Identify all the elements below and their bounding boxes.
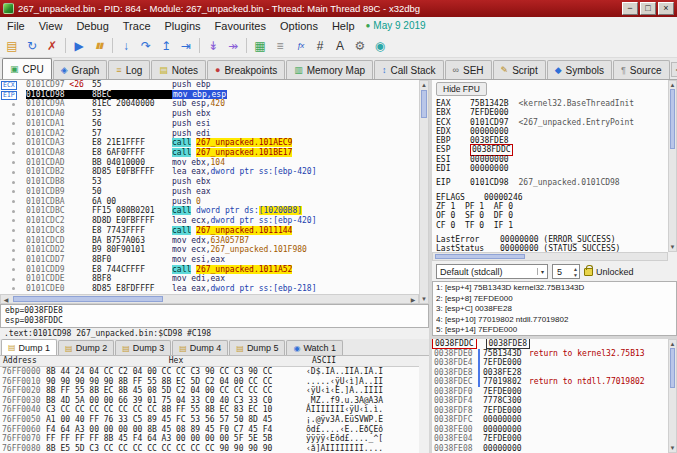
- breakpoint-dot[interactable]: [12, 190, 15, 193]
- step-out-icon[interactable]: ↥: [156, 36, 176, 56]
- stack-row[interactable]: 0038FE0000000000: [432, 425, 668, 435]
- registers-hscrollbar-thumb[interactable]: [435, 254, 525, 259]
- register-value[interactable]: 7EFDE000: [470, 108, 509, 117]
- breakpoint-dot[interactable]: [12, 287, 15, 290]
- stack-vscrollbar[interactable]: ▲ ▼: [668, 339, 677, 453]
- breakpoint-dot[interactable]: [12, 171, 15, 174]
- help-icon[interactable]: ◉: [370, 36, 390, 56]
- breakpoint-dot[interactable]: [12, 239, 15, 242]
- menu-item-favourites[interactable]: Favourites: [208, 19, 273, 33]
- tab-scroll-button[interactable]: ◂: [671, 62, 677, 77]
- disasm-row[interactable]: 0101CDADBB 04010000mov ebx,104: [0, 158, 419, 168]
- disasm-row[interactable]: 0101CDC28D8D E0FBFFFFlea ecx,dword ptr s…: [0, 216, 419, 226]
- tab-dump-1[interactable]: ▤Dump 1: [1, 339, 57, 355]
- hash-icon[interactable]: #: [310, 36, 330, 56]
- scroll-left-icon[interactable]: ◀: [2, 296, 10, 303]
- breakpoint-dot[interactable]: [12, 229, 15, 232]
- tab-dump-2[interactable]: ▤Dump 2: [58, 340, 114, 355]
- argument-row[interactable]: 1: [esp+4] 75B1343D kernel32.75B1343D: [436, 283, 673, 294]
- tab-seh[interactable]: ∞SEH: [445, 60, 492, 79]
- tab-notes[interactable]: ▤Notes: [151, 60, 206, 79]
- menu-item-help[interactable]: Help: [325, 19, 362, 33]
- font-icon[interactable]: A: [330, 36, 350, 56]
- register-value[interactable]: 0101CD98: [470, 178, 509, 187]
- memory-map-icon[interactable]: ▦: [250, 36, 270, 56]
- calling-convention-select[interactable]: Default (stdcall) ▾: [436, 264, 548, 279]
- stack-row[interactable]: 0038FDEC77019802return to ntdll.77019802: [432, 377, 668, 387]
- disasm-row[interactable]: 0101CDB28D85 E0FBFFFFlea eax,dword ptr s…: [0, 167, 419, 177]
- run-to-user-code-icon[interactable]: ⇥: [176, 36, 196, 56]
- disasm-hscrollbar-thumb[interactable]: [13, 296, 163, 302]
- breakpoint-dot[interactable]: [12, 132, 15, 135]
- log-icon[interactable]: ≡: [270, 36, 290, 56]
- disasm-row[interactable]: 0101CDA257push edi: [0, 129, 419, 139]
- tab-script[interactable]: ✎Script: [493, 60, 546, 79]
- dump-row[interactable]: 76FF0060F4 64 A3 00 00 00 00 8B 45 08 89…: [0, 425, 419, 435]
- disasm-row[interactable]: 0101CDA3E8 21E1FFFFcall 267_unpacked.101…: [0, 138, 419, 148]
- menu-item-debug[interactable]: Debug: [69, 19, 115, 33]
- lock-toggle[interactable]: Unlocked: [584, 267, 634, 277]
- disasm-row[interactable]: 0101CDD2B9 80F90101mov ecx,267_unpacked.…: [0, 245, 419, 255]
- dump-rows[interactable]: 76FF00008B 44 24 04 CC C2 04 00 CC CC C3…: [0, 367, 419, 453]
- scroll-down-icon[interactable]: ▼: [669, 445, 676, 451]
- disasm-vscrollbar-thumb[interactable]: [421, 90, 427, 118]
- breakpoint-dot[interactable]: [12, 161, 15, 164]
- tab-symbols[interactable]: ◆Symbols: [547, 60, 612, 79]
- stack-view[interactable]: 0038FDDC0038FDE80038FDE075B1343Dreturn t…: [432, 339, 668, 453]
- breakpoint-dot[interactable]: [12, 268, 15, 271]
- breakpoint-dot[interactable]: [12, 103, 15, 106]
- disasm-row[interactable]: 0101CDBA6A 00push 0: [0, 197, 419, 207]
- disasm-hscrollbar[interactable]: ◀ ▶: [0, 294, 419, 304]
- register-row[interactable]: EBX7EFDE000: [436, 108, 668, 117]
- tab-cpu[interactable]: ▣CPU: [2, 58, 52, 79]
- scroll-up-icon[interactable]: ▲: [669, 341, 676, 347]
- tab-graph[interactable]: ◈Graph: [53, 60, 108, 79]
- register-row-eip[interactable]: EIP0101CD98267_unpacked.0101CD98: [436, 178, 668, 187]
- stack-row[interactable]: 0038FDE075B1343Dreturn to kernel32.75B13: [432, 349, 668, 359]
- disasm-row[interactable]: 0101CDD9E8 744CFFFFcall 267_unpacked.101…: [0, 265, 419, 275]
- register-row[interactable]: EDI00000000: [436, 164, 668, 173]
- eflags-row[interactable]: EFLAGS00000246: [436, 193, 668, 202]
- disasm-row[interactable]: 0101CDDE8BF8mov edi,eax: [0, 274, 419, 284]
- register-value[interactable]: 75B1342B: [470, 99, 509, 108]
- argument-row[interactable]: 2: [esp+8] 7EFDE000: [436, 294, 673, 305]
- register-value[interactable]: 0101CD97: [470, 118, 509, 127]
- tab-source[interactable]: ¶Source: [613, 60, 670, 79]
- fx-icon[interactable]: ƒx: [290, 36, 310, 56]
- scroll-up-icon[interactable]: ▲: [420, 82, 428, 88]
- disasm-row[interactable]: 0101CD97 <2655push ebp: [0, 80, 419, 90]
- title-bar[interactable]: 267_unpacked.bin - PID: 864 - Module: 26…: [0, 0, 677, 17]
- disasm-row[interactable]: 0101CDE08D85 E8FDFFFFlea eax,dword ptr s…: [0, 284, 419, 294]
- menu-item-file[interactable]: File: [0, 19, 32, 33]
- tab-watch-1[interactable]: ◉Watch 1: [286, 340, 343, 355]
- minimize-button[interactable]: −: [622, 2, 638, 15]
- trace-into-icon[interactable]: ↡: [203, 36, 223, 56]
- dump-row[interactable]: 76FF0070FF FF FF FF 8B 45 F4 64 A3 00 00…: [0, 434, 419, 444]
- dump-row[interactable]: 76FF001090 90 90 90 90 8B FF 55 8B EC 5D…: [0, 377, 419, 387]
- register-row[interactable]: ESI00000000: [436, 155, 668, 164]
- step-into-icon[interactable]: ↓: [116, 36, 136, 56]
- stack-row[interactable]: 0038FDE80038FE28: [432, 368, 668, 378]
- breakpoint-dot[interactable]: [12, 113, 15, 116]
- close-icon[interactable]: ✗: [42, 36, 62, 56]
- breakpoint-dot[interactable]: [12, 181, 15, 184]
- disasm-row[interactable]: 0101CD988BECmov ebp,esp: [0, 90, 419, 100]
- dump-row[interactable]: 76FF00008B 44 24 04 CC C2 04 00 CC CC C3…: [0, 367, 419, 377]
- stack-row[interactable]: 0038FDF47778C300: [432, 396, 668, 406]
- register-row[interactable]: EDX00000000: [436, 127, 668, 136]
- trace-over-icon[interactable]: ↠: [223, 36, 243, 56]
- argument-row[interactable]: 4: [esp+10] 77019802 ntdll.77019802: [436, 315, 673, 326]
- stack-row[interactable]: 0038FDFC00000000: [432, 415, 668, 425]
- disasm-row[interactable]: 0101CDC8E8 7743FFFFcall 267_unpacked.101…: [0, 226, 419, 236]
- disassembly-view[interactable]: 0101CD97 <2655push ebp0101CD988BECmov eb…: [0, 80, 419, 294]
- breakpoint-dot[interactable]: [12, 122, 15, 125]
- breakpoint-dot[interactable]: [12, 210, 15, 213]
- dump-row[interactable]: 76FF0030B8 4D 5A 00 00 66 39 01 75 04 33…: [0, 396, 419, 406]
- scroll-down-icon[interactable]: ▼: [420, 296, 428, 302]
- menu-item-trace[interactable]: Trace: [116, 19, 158, 33]
- registers-vscrollbar[interactable]: ▲ ▼: [668, 80, 677, 252]
- disasm-row[interactable]: 0101CDD78BF0mov esi,eax: [0, 255, 419, 265]
- stack-row[interactable]: 0038FDF87EFDE000: [432, 406, 668, 416]
- stack-row[interactable]: 0038FE047EFDE000: [432, 434, 668, 444]
- disasm-vscrollbar[interactable]: ▲ ▼: [419, 80, 429, 304]
